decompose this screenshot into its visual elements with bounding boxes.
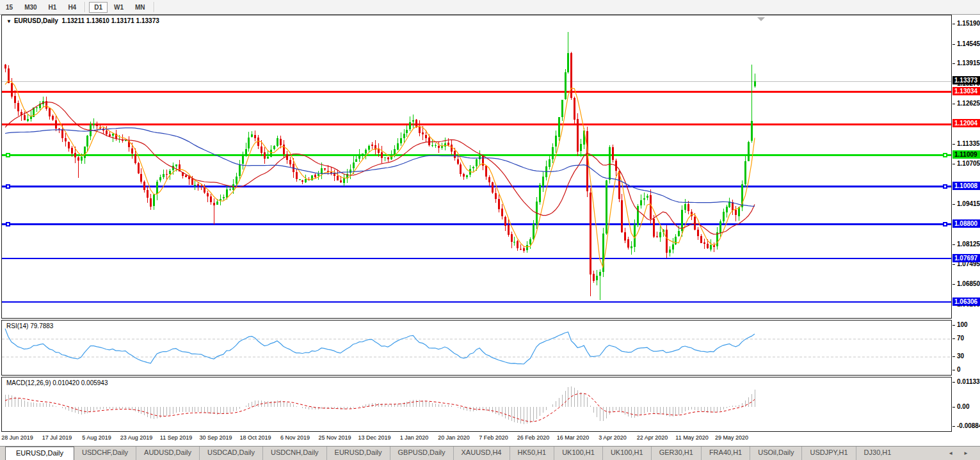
- price-badge-1.06306: 1.06306: [952, 297, 980, 306]
- rsi-indicator-panel: RSI(14) 79.7883: [1, 320, 952, 376]
- rsi-value: 79.7883: [30, 322, 53, 329]
- price-badge-1.07697: 1.07697: [952, 254, 980, 262]
- chart-tab-gbpusd-daily[interactable]: GBPUSD,Daily: [390, 447, 453, 460]
- macd-tick-label: 0.011337: [957, 378, 980, 385]
- price-tick-mark: [952, 24, 955, 24]
- price-tick-label: 1.09415: [957, 200, 980, 207]
- candles: [4, 32, 756, 301]
- date-axis: 28 Jun 201917 Jul 20195 Aug 201923 Aug 2…: [0, 432, 980, 445]
- rsi-tick-mark: [952, 356, 955, 357]
- hline-handle-center: [7, 223, 9, 225]
- macd-tick-mark: [952, 407, 955, 408]
- chart-tab-xauusd-h4[interactable]: XAUUSD,H4: [453, 447, 510, 460]
- price-tick-label: 1.08125: [957, 241, 980, 248]
- tab-scroll-left-icon[interactable]: ◄: [948, 450, 953, 456]
- rsi-tick-label: 30: [957, 353, 964, 360]
- timeframe-button-w1[interactable]: W1: [109, 2, 129, 13]
- hline-handle-center: [944, 223, 946, 225]
- chart-tab-fra40-h1[interactable]: FRA40,H1: [701, 447, 750, 460]
- rsi-line: [5, 329, 755, 364]
- price-badge-1.13373: 1.13373: [952, 76, 980, 84]
- price-tick-mark: [952, 63, 955, 64]
- timeframe-button-15[interactable]: 15: [1, 2, 18, 13]
- price-badge-1.08800: 1.08800: [952, 219, 980, 228]
- chart-tab-usdchf-daily[interactable]: USDCHF,Daily: [74, 447, 136, 460]
- rsi-tick-label: 70: [957, 335, 964, 342]
- chart-tab-hk50-h1[interactable]: HK50,H1: [510, 447, 554, 460]
- chart-symbol-label: EURUSD,Daily: [14, 17, 58, 24]
- chart-ohlc-values: 1.13211 1.13610 1.13171 1.13373: [61, 17, 159, 24]
- toolbar-separator: [154, 2, 155, 12]
- macd-tick-mark: [952, 426, 955, 427]
- price-badge-1.12004: 1.12004: [952, 119, 980, 127]
- chart-shift-marker[interactable]: [757, 17, 765, 21]
- macd-signal-line: [5, 393, 755, 422]
- macd-tick-label: 0.00: [957, 403, 969, 410]
- price-tick-label: 1.15190: [957, 20, 980, 27]
- price-tick-label: 1.06850: [957, 280, 980, 287]
- chart-tab-eurusd-daily[interactable]: EURUSD,Daily: [326, 447, 390, 460]
- ma-line-20: [5, 102, 755, 235]
- chart-tab-uk100-h1[interactable]: UK100,H1: [554, 447, 602, 460]
- chart-tab-audusd-daily[interactable]: AUDUSD,Daily: [136, 447, 199, 460]
- timeframe-button-m30[interactable]: M30: [19, 2, 42, 13]
- price-tick-mark: [952, 244, 955, 245]
- timeframe-button-d1[interactable]: D1: [89, 2, 108, 13]
- price-tick-mark: [952, 44, 955, 45]
- chart-title: ▼EURUSD,Daily 1.13211 1.13610 1.13171 1.…: [6, 17, 159, 24]
- macd-histogram: [6, 386, 755, 424]
- ma-line-5: [5, 81, 755, 267]
- hline-handle-center: [944, 186, 946, 187]
- price-badge-1.13034: 1.13034: [952, 87, 980, 95]
- price-tick-label: 1.11335: [957, 140, 980, 147]
- price-tick-label: 1.14545: [957, 40, 980, 47]
- chart-tab-eurusd-daily[interactable]: EURUSD,Daily: [5, 447, 74, 460]
- price-tick-label: 1.10705: [957, 160, 980, 167]
- rsi-tick-label: 0: [957, 366, 961, 373]
- rsi-label: RSI(14) 79.7883: [6, 322, 53, 329]
- timeframe-button-h4[interactable]: H4: [63, 2, 81, 13]
- chart-tab-usdcad-daily[interactable]: USDCAD,Daily: [199, 447, 262, 460]
- timeframe-button-mn[interactable]: MN: [130, 2, 150, 13]
- price-axis: 1.151901.145451.139151.132701.126251.113…: [952, 0, 980, 460]
- trading-terminal: 15M30H1H4D1W1MN ▼EURUSD,Daily 1.13211 1.…: [0, 0, 980, 460]
- rsi-tick-mark: [952, 370, 955, 370]
- price-chart-panel: ▼EURUSD,Daily 1.13211 1.13610 1.13171 1.…: [1, 15, 952, 319]
- price-tick-mark: [952, 204, 955, 205]
- macd-values: 0.010420 0.005943: [52, 379, 108, 386]
- main-chart-canvas[interactable]: [2, 15, 951, 318]
- price-tick-label: 1.13915: [957, 59, 980, 67]
- tab-scroll-controls: ◄ ►: [948, 447, 980, 460]
- price-tick-mark: [952, 284, 955, 285]
- macd-canvas[interactable]: [2, 377, 951, 431]
- chart-tab-dj30-h1[interactable]: DJ30,H1: [856, 447, 899, 460]
- price-tick-mark: [952, 144, 955, 145]
- rsi-tick-mark: [952, 338, 955, 339]
- hline-handle-center: [7, 154, 9, 156]
- rsi-tick-mark: [952, 325, 955, 326]
- tab-scroll-right-icon[interactable]: ►: [963, 450, 968, 456]
- hline-handle-center: [7, 186, 9, 187]
- chart-tab-uk100-h1[interactable]: UK100,H1: [602, 447, 651, 460]
- macd-tick-mark: [952, 382, 955, 383]
- hline-handle-center: [944, 154, 946, 156]
- price-tick-mark: [952, 164, 955, 164]
- chart-tab-usoil-daily[interactable]: USOil,Daily: [750, 447, 801, 460]
- ma-line-60: [5, 128, 755, 206]
- macd-indicator-panel: MACD(12,26,9) 0.010420 0.005943: [1, 377, 952, 432]
- toolbar-separator: [84, 2, 86, 12]
- price-badge-1.10008: 1.10008: [952, 182, 980, 190]
- timeframe-button-h1[interactable]: H1: [44, 2, 62, 13]
- price-tick-mark: [952, 264, 955, 265]
- chart-tab-ger30-h1[interactable]: GER30,H1: [651, 447, 701, 460]
- chart-tab-bar: EURUSD,DailyUSDCHF,DailyAUDUSD,DailyUSDC…: [0, 446, 980, 460]
- timeframe-toolbar: 15M30H1H4D1W1MN: [0, 0, 980, 15]
- rsi-tick-label: 100: [957, 321, 968, 328]
- chart-tab-usdjpy-h1[interactable]: USDJPY,H1: [801, 447, 855, 460]
- symbol-dropdown-icon[interactable]: ▼: [6, 19, 12, 24]
- price-badge-1.11009: 1.11009: [952, 150, 980, 159]
- macd-tick-label: -0.008848: [957, 422, 980, 429]
- chart-tab-usdcnh-daily[interactable]: USDCNH,Daily: [262, 447, 326, 460]
- price-tick-mark: [952, 104, 955, 104]
- rsi-canvas[interactable]: [2, 321, 951, 375]
